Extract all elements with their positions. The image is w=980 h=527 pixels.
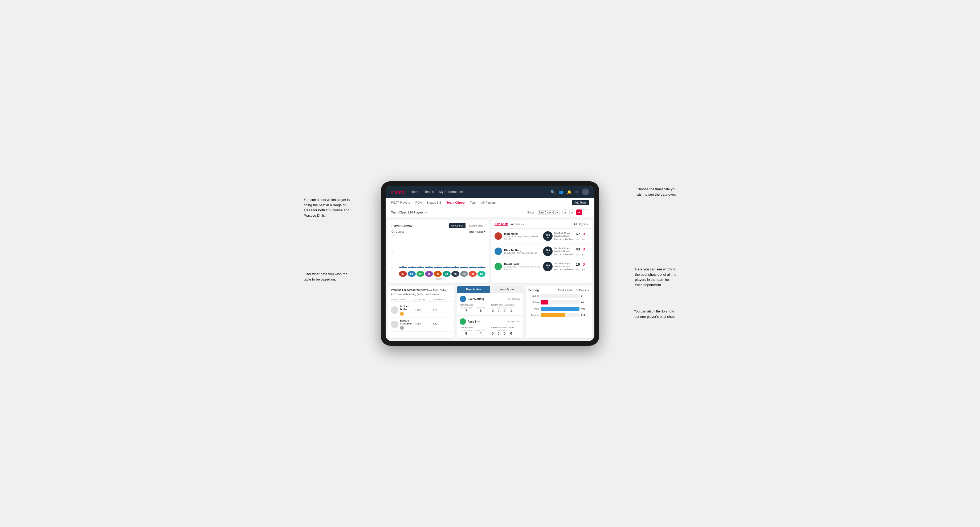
annotation-middle-right: Here you can see who's hit the best shot… <box>635 267 676 287</box>
player-avatar-3: JC <box>425 271 433 277</box>
practice-drills-toggle[interactable]: Practice Drills <box>466 223 485 228</box>
active-practice-label-0: Total Practice Activities <box>491 304 520 306</box>
scoring-card: Scoring Par 3, 4 & 5s ▾ All Players ▾ <box>526 286 592 338</box>
shot-location-1: 23 Jul 2023 · Ashridge GC, Hole 15 <box>504 252 541 254</box>
scoring-bar-0 <box>541 294 541 298</box>
bar-2: 10 <box>417 266 425 268</box>
nav-home[interactable]: Home <box>410 189 419 195</box>
active-date-0: 26 Aug 2023 <box>508 298 520 300</box>
shot-badge-group-1: 200 SG Shot Dist: 43 yds Start Lie: Roug… <box>543 246 574 256</box>
player-avatars-row: BMBBDFJCEEGBRBMMECLR <box>391 271 485 277</box>
scoring-players-dropdown[interactable]: All Players ▾ <box>576 289 589 291</box>
leaderboard-dropdown[interactable]: PUTT Must Make Putting ... ▾ <box>420 289 452 291</box>
active-player-card-0: Blair McHarg 26 Aug 2023 Total Rounds To… <box>457 293 523 316</box>
y-axis: 10 5 0 <box>391 235 394 269</box>
lb-avg-0: 110 <box>433 309 452 312</box>
nav-teams[interactable]: Teams <box>425 189 434 195</box>
team-title-group: Team Clippd | 14 Players ✏ <box>391 211 426 214</box>
player-avatar-6: RB <box>451 271 460 277</box>
scoring-header: Scoring Par 3, 4 & 5s ▾ All Players ▾ <box>528 289 589 292</box>
shot-player-name-0: Matt Miller <box>504 232 541 235</box>
nav-my-performance[interactable]: My Performance <box>439 189 463 195</box>
show-select-dropdown[interactable]: Last 3 months ▾ <box>537 210 560 215</box>
sub-navigation: PGAT Players PGA Hcaps 1-5 Team Clippd T… <box>386 198 594 208</box>
course-toggle-group: On Course Practice Drills <box>449 223 485 228</box>
lb-avg-1: 107 <box>433 323 452 326</box>
active-app-1: APP 0 <box>497 330 500 335</box>
sub-nav-tabs: PGAT Players PGA Hcaps 1-5 Team Clippd T… <box>391 198 496 207</box>
grid-view-button[interactable]: ⊞ <box>562 210 568 215</box>
annotation-top-right: Choose the timescale you wish to see the… <box>636 187 676 197</box>
active-arg-1: ARG 0 <box>503 330 506 335</box>
shot-item-0[interactable]: Matt Miller 09 Jun 2023 · Royal North De… <box>492 229 592 244</box>
add-team-button[interactable]: Add Team <box>572 200 589 205</box>
shot-chevron-1: › <box>587 249 589 253</box>
bell-icon[interactable]: 🔔 <box>567 190 571 194</box>
shot-stat1-0: 67 yds <box>576 232 580 241</box>
active-avatar-1 <box>460 318 466 325</box>
user-avatar[interactable]: U <box>582 189 589 195</box>
team-controls: Show: Last 3 months ▾ ⊞ ⊟ ♥ ⋮ <box>527 210 589 215</box>
scoring-value-3: 311 <box>581 314 589 316</box>
shot-avatar-1 <box>495 248 502 255</box>
bar-7: 3 <box>460 266 468 268</box>
bar-1: 12 <box>408 266 416 268</box>
shot-desc-0: Shot Dist: 67 yds Start Lie: Rough End L… <box>554 232 574 241</box>
shot-stats-2: 16 yds 0 yds <box>576 262 585 271</box>
tab-all-players[interactable]: All Players <box>481 198 496 207</box>
active-rounds-1: Total Rounds Tournament 8 Practice 4 <box>460 326 489 335</box>
scoring-value-1: 96 <box>581 301 589 304</box>
tab-tour[interactable]: Tour <box>470 198 476 207</box>
shot-item-2[interactable]: David Ford 24 Aug 2023 · Royal North Dev… <box>492 259 592 274</box>
bars-group: 13 12 10 9 5 4 3 3 <box>399 235 485 269</box>
active-practice-0: Practice 6 <box>476 307 485 313</box>
bar-5: 4 <box>442 266 450 268</box>
active-practice-label-1: Total Practice Activities <box>491 326 520 329</box>
shot-chevron-2: › <box>587 264 589 268</box>
users-icon[interactable]: 👥 <box>559 190 563 194</box>
scoring-value-0: 3 <box>581 295 589 297</box>
tab-pgat-players[interactable]: PGAT Players <box>391 198 410 207</box>
active-rounds-0: Total Rounds Tournament 7 Practice 6 <box>460 304 489 313</box>
player-activity-header: Player Activity On Course Practice Drill… <box>391 223 485 228</box>
edit-icon[interactable]: ✏ <box>425 211 426 214</box>
scoring-bar-wrap-1 <box>541 300 579 305</box>
on-course-label: On Course <box>391 230 404 233</box>
bar-4: 5 <box>434 266 442 268</box>
active-stats-1: Total Rounds Tournament 8 Practice 4 Tot… <box>460 326 520 335</box>
most-active-tab[interactable]: Most Active <box>457 286 490 293</box>
tab-pga[interactable]: PGA <box>415 198 422 207</box>
scoring-par-dropdown[interactable]: Par 3, 4 & 5s ▾ <box>558 289 574 291</box>
shot-item-1[interactable]: Blair McHarg 23 Jul 2023 · Ashridge GC, … <box>492 244 592 259</box>
active-name-1: Rees Britt <box>468 320 480 323</box>
team-title: Team Clippd | 14 Players <box>391 211 423 214</box>
list-view-button[interactable]: ⊟ <box>570 210 575 215</box>
active-practice-activities-1: Total Practice Activities GTT 0 APP 0 AR… <box>491 326 520 335</box>
favorite-view-button[interactable]: ♥ <box>576 210 582 215</box>
scoring-bar-1 <box>541 300 548 305</box>
least-active-tab[interactable]: Least Active <box>490 286 523 293</box>
shot-location-0: 09 Jun 2023 · Royal North Devon GC, Hole… <box>504 235 541 240</box>
plus-circle-icon[interactable]: ⊕ <box>575 190 578 194</box>
scoring-bar-3 <box>541 313 565 317</box>
tab-team-clippd[interactable]: Team Clippd <box>447 198 465 207</box>
best-shots-filter-best[interactable]: Best Shots <box>495 222 508 226</box>
app-logo: clippd <box>391 190 404 194</box>
all-players-dropdown[interactable]: All Players ▾ <box>574 223 589 226</box>
shot-desc-2: Shot Dist: 16 yds Start Lie: Rough End L… <box>554 262 574 271</box>
player-avatar-2: DF <box>417 271 425 277</box>
annotation-top-left: You can select which player is doing the… <box>304 197 350 218</box>
annotation-bottom-left: Filter what data you wish the table to b… <box>304 271 347 282</box>
shots-list: Matt Miller 09 Jun 2023 · Royal North De… <box>492 229 592 274</box>
search-icon[interactable]: 🔍 <box>550 190 555 194</box>
all-shots-dropdown[interactable]: All Shots ▾ <box>511 223 523 226</box>
shot-stats-0: 67 yds 0 yds <box>576 232 585 241</box>
tab-hcaps[interactable]: Hcaps 1-5 <box>427 198 441 207</box>
active-player-header-0: Blair McHarg 26 Aug 2023 <box>460 296 520 302</box>
on-course-toggle[interactable]: On Course <box>449 223 466 228</box>
total-rounds-dropdown[interactable]: Total Rounds ▾ <box>469 230 485 233</box>
leaderboard-header: Practice Leaderboards PUTT Must Make Put… <box>391 289 452 291</box>
top-navigation: clippd Home Teams My Performance 🔍 👥 🔔 ⊕… <box>386 186 594 198</box>
more-options-button[interactable]: ⋮ <box>583 210 589 215</box>
shot-desc-1: Shot Dist: 43 yds Start Lie: Rough End L… <box>554 247 574 256</box>
